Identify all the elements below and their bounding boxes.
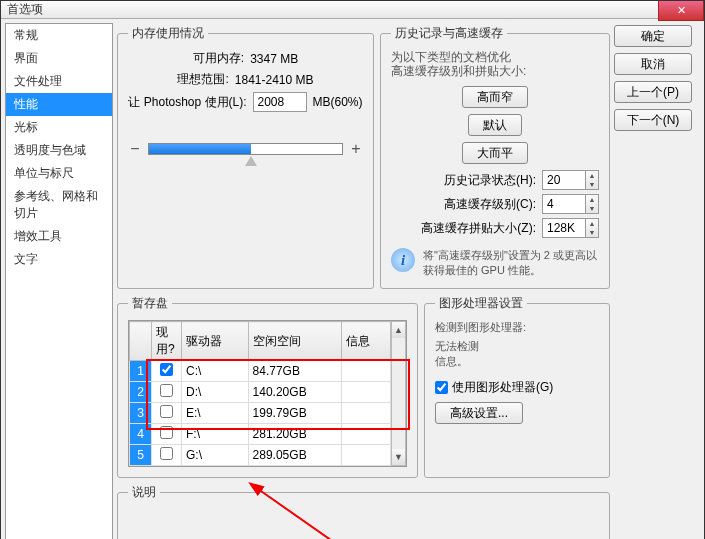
use-gpu-label: 使用图形处理器(G) (452, 379, 553, 396)
sidebar-item-transparency[interactable]: 透明度与色域 (6, 139, 112, 162)
ideal-range-label: 理想范围: (177, 71, 228, 88)
cache-tile-stepper[interactable]: ▲▼ (585, 218, 599, 238)
row-number: 1 (130, 361, 152, 382)
row-active-checkbox[interactable] (160, 426, 173, 439)
scroll-up-icon[interactable]: ▲ (392, 322, 405, 338)
table-row[interactable]: 4F:\281.20GB (130, 424, 391, 445)
gpu-detect-label: 检测到图形处理器: (435, 320, 599, 335)
row-active-checkbox[interactable] (160, 363, 173, 376)
row-number: 2 (130, 382, 152, 403)
annotation-arrow (238, 481, 438, 539)
history-legend: 历史记录与高速缓存 (391, 25, 507, 42)
scratch-disks-group: 暂存盘 现用? 驱动器 空闲空间 信息 (117, 295, 418, 478)
row-active-cell[interactable] (152, 424, 182, 445)
description-group: 说明 勾选其他盘 PS教程自学网 学PS，就到PS教程自学网 WWW.16XX8… (117, 484, 610, 539)
row-free: 289.05GB (248, 445, 341, 466)
row-active-checkbox[interactable] (160, 405, 173, 418)
table-row[interactable]: 1C:\84.77GB (130, 361, 391, 382)
cache-levels-input[interactable] (542, 194, 586, 214)
available-ram-value: 3347 MB (250, 52, 298, 66)
sidebar-item-cursors[interactable]: 光标 (6, 116, 112, 139)
history-states-input[interactable] (542, 170, 586, 190)
col-active[interactable]: 现用? (152, 322, 182, 361)
row-active-cell[interactable] (152, 361, 182, 382)
row-info (341, 445, 390, 466)
sidebar-item-performance[interactable]: 性能 (6, 93, 112, 116)
table-row[interactable]: 5G:\289.05GB (130, 445, 391, 466)
row-info (341, 403, 390, 424)
sidebar-item-units[interactable]: 单位与标尺 (6, 162, 112, 185)
history-note: 为以下类型的文档优化 高速缓存级别和拼贴大小: (391, 50, 599, 78)
cache-tile-label: 高速缓存拼贴大小(Z): (391, 220, 536, 237)
memory-legend: 内存使用情况 (128, 25, 208, 42)
ideal-range-value: 1841-2410 MB (235, 73, 314, 87)
cache-levels-label: 高速缓存级别(C): (391, 196, 536, 213)
row-free: 140.20GB (248, 382, 341, 403)
sidebar-item-plugins[interactable]: 增效工具 (6, 225, 112, 248)
gpu-detect-value: 无法检测 信息。 (435, 339, 599, 369)
scratch-scrollbar[interactable]: ▲ ▼ (391, 321, 406, 466)
row-drive: C:\ (182, 361, 249, 382)
ok-button[interactable]: 确定 (614, 25, 692, 47)
col-drive[interactable]: 驱动器 (182, 322, 249, 361)
scratch-table: 现用? 驱动器 空闲空间 信息 1C:\84.77GB2D:\140.20GB3… (129, 321, 391, 466)
row-info (341, 382, 390, 403)
row-info (341, 361, 390, 382)
scroll-down-icon[interactable]: ▼ (392, 449, 405, 465)
sidebar-item-general[interactable]: 常规 (6, 24, 112, 47)
slider-track[interactable] (148, 143, 343, 155)
cancel-button[interactable]: 取消 (614, 53, 692, 75)
svg-line-0 (258, 489, 418, 539)
gpu-legend: 图形处理器设置 (435, 295, 527, 312)
slider-fill (149, 144, 251, 154)
col-free[interactable]: 空闲空间 (248, 322, 341, 361)
table-row[interactable]: 3E:\199.79GB (130, 403, 391, 424)
sidebar-item-type[interactable]: 文字 (6, 248, 112, 271)
col-blank[interactable] (130, 322, 152, 361)
cache-tile-input[interactable] (542, 218, 586, 238)
row-active-cell[interactable] (152, 382, 182, 403)
history-states-stepper[interactable]: ▲▼ (585, 170, 599, 190)
memory-slider[interactable]: − + (128, 140, 363, 158)
description-legend: 说明 (128, 484, 160, 501)
sidebar-item-filehandling[interactable]: 文件处理 (6, 70, 112, 93)
prev-button[interactable]: 上一个(P) (614, 81, 692, 103)
memory-input[interactable] (253, 92, 307, 112)
cache-info-text: 将"高速缓存级别"设置为 2 或更高以获得最佳的 GPU 性能。 (423, 248, 599, 278)
row-number: 3 (130, 403, 152, 424)
row-free: 281.20GB (248, 424, 341, 445)
titlebar[interactable]: 首选项 ✕ (1, 1, 704, 19)
table-row[interactable]: 2D:\140.20GB (130, 382, 391, 403)
row-drive: D:\ (182, 382, 249, 403)
memory-unit: MB(60%) (313, 95, 363, 109)
row-active-checkbox[interactable] (160, 384, 173, 397)
row-number: 5 (130, 445, 152, 466)
let-ps-use-label: 让 Photoshop 使用(L): (128, 94, 246, 111)
history-cache-group: 历史记录与高速缓存 为以下类型的文档优化 高速缓存级别和拼贴大小: 高而窄 默认… (380, 25, 610, 289)
row-active-cell[interactable] (152, 445, 182, 466)
advanced-settings-button[interactable]: 高级设置... (435, 402, 523, 424)
sidebar-item-guides[interactable]: 参考线、网格和切片 (6, 185, 112, 225)
col-info[interactable]: 信息 (341, 322, 390, 361)
scratch-legend: 暂存盘 (128, 295, 172, 312)
sidebar-item-interface[interactable]: 界面 (6, 47, 112, 70)
big-flat-button[interactable]: 大而平 (462, 142, 528, 164)
memory-usage-group: 内存使用情况 可用内存: 3347 MB 理想范围: 1841-2410 MB … (117, 25, 374, 289)
close-button[interactable]: ✕ (658, 1, 704, 21)
row-active-checkbox[interactable] (160, 447, 173, 460)
use-gpu-checkbox[interactable] (435, 381, 448, 394)
row-free: 199.79GB (248, 403, 341, 424)
tall-thin-button[interactable]: 高而窄 (462, 86, 528, 108)
default-button[interactable]: 默认 (468, 114, 522, 136)
slider-thumb[interactable] (245, 156, 257, 166)
row-active-cell[interactable] (152, 403, 182, 424)
cache-levels-stepper[interactable]: ▲▼ (585, 194, 599, 214)
next-button[interactable]: 下一个(N) (614, 109, 692, 131)
scratch-table-wrap: 现用? 驱动器 空闲空间 信息 1C:\84.77GB2D:\140.20GB3… (128, 320, 407, 467)
available-ram-label: 可用内存: (193, 50, 244, 67)
window-body: 常规 界面 文件处理 性能 光标 透明度与色域 单位与标尺 参考线、网格和切片 … (1, 19, 704, 539)
row-drive: G:\ (182, 445, 249, 466)
dialog-buttons: 确定 取消 上一个(P) 下一个(N) (614, 19, 704, 539)
row-drive: F:\ (182, 424, 249, 445)
main-panel: 内存使用情况 可用内存: 3347 MB 理想范围: 1841-2410 MB … (113, 19, 614, 539)
